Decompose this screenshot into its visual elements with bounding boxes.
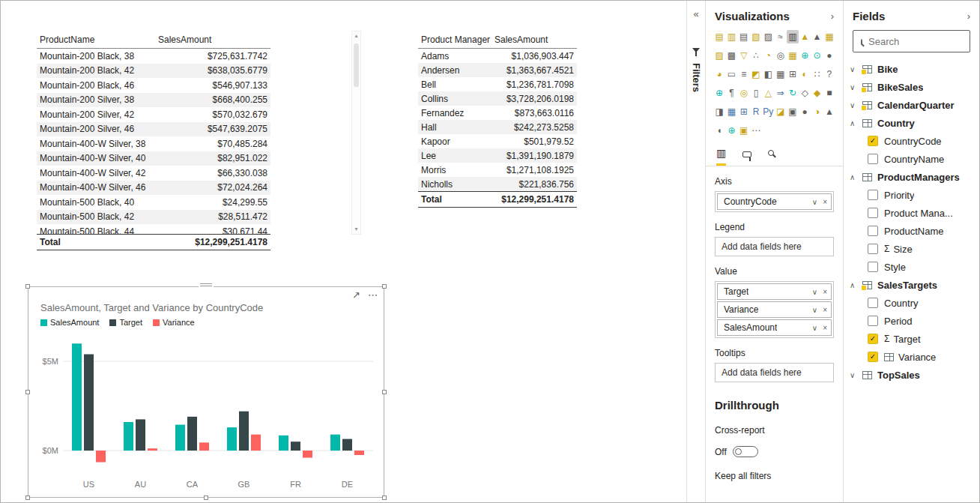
- table-row[interactable]: Fernandez$873,663.0116: [418, 106, 577, 120]
- clustered-column-chart-icon[interactable]: ▥: [787, 30, 799, 43]
- custom-visual-2-icon[interactable]: ◆: [811, 86, 823, 100]
- bar-variance-ca[interactable]: [199, 442, 209, 451]
- filters-pane-collapsed[interactable]: « Filters: [686, 1, 706, 502]
- scatter-chart-icon[interactable]: ∴: [750, 49, 762, 62]
- field-pill-target[interactable]: Target∨×: [717, 283, 832, 300]
- filled-map-icon[interactable]: ⊙: [811, 49, 823, 62]
- power-automate-icon[interactable]: ⇒: [774, 86, 786, 100]
- table-item-topsales[interactable]: ∨TopSales: [844, 366, 979, 384]
- chevron-down-icon[interactable]: ∨: [850, 83, 862, 91]
- remove-field-icon[interactable]: ×: [823, 198, 827, 206]
- slicer-2-icon[interactable]: ◨: [713, 105, 725, 118]
- field-item-country[interactable]: Country: [844, 294, 979, 312]
- legend-item-salesamount[interactable]: SalesAmount: [40, 318, 99, 327]
- focus-mode-icon[interactable]: ↗: [352, 289, 360, 301]
- bar-variance-fr[interactable]: [303, 451, 312, 458]
- scrollbar-thumb[interactable]: [354, 43, 359, 87]
- table-row[interactable]: Mountain-200 Silver, 46$547,639.2075: [37, 122, 270, 137]
- field-checkbox[interactable]: [868, 262, 878, 272]
- card-icon[interactable]: ▭: [725, 67, 737, 81]
- manager-sales-table-visual[interactable]: Product Manager SalesAmount Adams$1,036,…: [418, 31, 577, 208]
- scroll-down-icon[interactable]: ▾: [354, 226, 357, 232]
- custom-visual-3-icon[interactable]: ■: [823, 86, 835, 100]
- field-item-target[interactable]: ✓ΣTarget: [844, 330, 979, 348]
- scroll-up-icon[interactable]: ▴: [354, 33, 357, 39]
- arcgis-map-icon[interactable]: ⊕: [713, 86, 725, 100]
- clustered-bar-chart-icon[interactable]: ▤: [738, 30, 750, 43]
- custom-visual-1-icon[interactable]: ◇: [799, 86, 811, 100]
- field-checkbox[interactable]: ✓: [868, 334, 878, 344]
- table-icon[interactable]: ▦: [774, 67, 786, 81]
- refresh-visual-icon[interactable]: ↻: [787, 86, 799, 100]
- remove-field-icon[interactable]: ×: [823, 324, 827, 332]
- bar-salesamount-gb[interactable]: [227, 427, 237, 451]
- product-sales-table-visual[interactable]: ProductName SalesAmount Mountain-200 Bla…: [37, 31, 270, 250]
- column-header[interactable]: SalesAmount: [493, 34, 577, 45]
- bar-target-ca[interactable]: [187, 417, 197, 451]
- field-search[interactable]: [853, 30, 970, 52]
- tooltips-field-well[interactable]: Add data fields here: [715, 363, 834, 382]
- resize-handle[interactable]: [382, 390, 387, 394]
- axis-field-well[interactable]: CountryCode∨×: [715, 191, 834, 212]
- chevron-down-icon[interactable]: ∨: [812, 324, 817, 332]
- remove-field-icon[interactable]: ×: [823, 288, 827, 296]
- collapse-pane-icon[interactable]: ›: [967, 10, 970, 22]
- column-header[interactable]: SalesAmount: [157, 34, 270, 45]
- r-script-visual-icon[interactable]: R: [750, 105, 762, 118]
- table-row[interactable]: Mountain-400-W Silver, 38$70,485.284: [37, 136, 270, 151]
- field-item-size[interactable]: ΣSize: [844, 240, 979, 258]
- column-chart-visual[interactable]: ↗ ⋯ SalesAmount, Target and Variance by …: [28, 286, 384, 498]
- stacked-bar-chart-icon[interactable]: ▤: [713, 30, 725, 43]
- table-row[interactable]: Mountain-200 Black, 38$725,631.7742: [37, 49, 270, 64]
- power-apps-icon[interactable]: △: [762, 86, 774, 100]
- bar-salesamount-ca[interactable]: [175, 425, 185, 451]
- custom-visual-7-icon[interactable]: ◑: [811, 105, 823, 118]
- field-item-period[interactable]: Period: [844, 312, 979, 330]
- custom-visual-5-icon[interactable]: ▣: [787, 105, 799, 118]
- field-item-countryname[interactable]: CountryName: [844, 150, 979, 168]
- field-item-productname[interactable]: ProductName: [844, 222, 979, 240]
- chevron-down-icon[interactable]: ∨: [812, 288, 817, 296]
- field-checkbox[interactable]: [868, 316, 878, 326]
- bar-target-fr[interactable]: [291, 442, 300, 451]
- bar-target-gb[interactable]: [239, 412, 249, 451]
- table-item-calendarquarter[interactable]: ∨CalendarQuarter: [844, 96, 979, 114]
- chevron-down-icon[interactable]: ∨: [850, 65, 862, 73]
- table-item-productmanagers[interactable]: ∧ProductManagers: [844, 168, 979, 186]
- tab-format[interactable]: [742, 148, 751, 166]
- matrix-2-icon[interactable]: ⊞: [738, 105, 750, 118]
- gauge-icon[interactable]: ◕: [713, 67, 725, 81]
- table-item-country[interactable]: ∧Country: [844, 114, 979, 132]
- field-item-countrycode[interactable]: ✓CountryCode: [844, 132, 979, 150]
- table-2-icon[interactable]: ▦: [725, 105, 737, 118]
- field-checkbox[interactable]: [868, 190, 878, 200]
- report-canvas[interactable]: ProductName SalesAmount Mountain-200 Bla…: [1, 1, 686, 502]
- resize-handle[interactable]: [204, 496, 208, 500]
- bar-variance-au[interactable]: [148, 448, 157, 451]
- table-row[interactable]: Morris$1,271,108.1925: [418, 163, 577, 177]
- field-pill-countrycode[interactable]: CountryCode∨×: [717, 193, 832, 210]
- shape-map-icon[interactable]: ●: [823, 49, 835, 62]
- matrix-icon[interactable]: ⊞: [787, 67, 799, 81]
- table-row[interactable]: Collins$3,728,206.0198: [418, 91, 577, 106]
- qa-visual-icon[interactable]: ?: [823, 67, 835, 81]
- more-options-icon[interactable]: ⋯: [368, 289, 378, 301]
- table-row[interactable]: Mountain-200 Silver, 38$668,400.255: [37, 93, 270, 108]
- field-item-product-mana[interactable]: Product Mana...: [844, 204, 979, 222]
- chevron-down-icon[interactable]: ∨: [850, 101, 862, 109]
- table-item-salestargets[interactable]: ∧SalesTargets: [844, 276, 979, 294]
- bar-salesamount-us[interactable]: [72, 343, 82, 451]
- slicer-icon[interactable]: ◧: [762, 67, 774, 81]
- qa-bubble-icon[interactable]: ◖: [713, 124, 725, 137]
- bar-variance-de[interactable]: [354, 451, 364, 455]
- table-row[interactable]: Lee$1,391,190.1879: [418, 148, 577, 163]
- table-row[interactable]: Mountain-400-W Silver, 42$66,330.038: [37, 166, 270, 181]
- 100-stacked-bar-chart-icon[interactable]: ▧: [750, 30, 762, 43]
- table-row[interactable]: Bell$1,236,781.7098: [418, 77, 577, 91]
- field-checkbox[interactable]: [868, 154, 878, 164]
- custom-visual-4-icon[interactable]: ◪: [774, 105, 786, 118]
- ribbon-chart-icon[interactable]: ▨: [713, 49, 725, 62]
- bar-variance-us[interactable]: [96, 451, 106, 462]
- bar-target-au[interactable]: [136, 419, 145, 451]
- value-field-well[interactable]: Target∨×Variance∨×SalesAmount∨×: [715, 281, 834, 338]
